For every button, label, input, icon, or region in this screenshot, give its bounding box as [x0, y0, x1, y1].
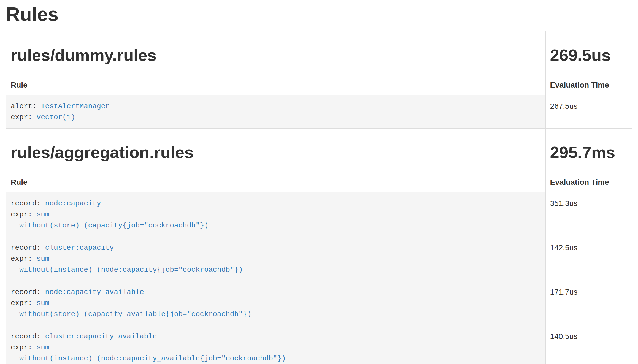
group-eval-total: 269.5us — [550, 46, 627, 64]
expr-keyword: expr: — [11, 113, 37, 121]
rule-eval-time: 142.5us — [545, 237, 632, 281]
group-file-cell: rules/aggregation.rules — [6, 129, 546, 172]
rule-definition: record: node:capacity expr: sum without(… — [11, 198, 541, 231]
expr-link[interactable]: sum without(instance) (node:capacity_ava… — [11, 343, 286, 363]
rule-definition: record: node:capacity_available expr: su… — [11, 287, 541, 320]
rule-row: record: cluster:capacity_available expr:… — [6, 325, 632, 364]
record-keyword: record: — [11, 288, 45, 296]
group-header-row: rules/dummy.rules 269.5us — [6, 31, 632, 75]
rule-definition: record: cluster:capacity_available expr:… — [11, 331, 541, 364]
rule-cell: alert: TestAlertManager expr: vector(1) — [6, 95, 546, 129]
rule-cell: record: node:capacity expr: sum without(… — [6, 192, 546, 237]
group-time-cell: 269.5us — [545, 31, 632, 75]
rule-definition: alert: TestAlertManager expr: vector(1) — [11, 101, 541, 123]
alert-keyword: alert: — [11, 102, 41, 110]
group-time-cell: 295.7ms — [545, 129, 632, 172]
record-name-link[interactable]: cluster:capacity — [45, 244, 114, 252]
column-header-evaluation-time: Evaluation Time — [545, 172, 632, 192]
group-file-name: rules/aggregation.rules — [11, 143, 541, 162]
rule-row: record: node:capacity_available expr: su… — [6, 281, 632, 325]
columns-header-row: Rule Evaluation Time — [6, 172, 632, 192]
record-keyword: record: — [11, 332, 45, 341]
column-header-rule: Rule — [6, 172, 546, 192]
rule-row: alert: TestAlertManager expr: vector(1) … — [6, 95, 632, 129]
rule-definition: record: cluster:capacity expr: sum witho… — [11, 242, 541, 275]
rule-cell: record: cluster:capacity expr: sum witho… — [6, 237, 546, 281]
alert-name-link[interactable]: TestAlertManager — [41, 102, 110, 110]
expr-keyword: expr: — [11, 343, 37, 352]
group-eval-total: 295.7ms — [550, 143, 627, 162]
group-file-cell: rules/dummy.rules — [6, 31, 546, 75]
rules-table: rules/dummy.rules 269.5us Rule Evaluatio… — [6, 31, 632, 364]
rule-row: record: node:capacity expr: sum without(… — [6, 192, 632, 237]
expr-keyword: expr: — [11, 255, 37, 263]
rule-eval-time: 267.5us — [545, 95, 632, 129]
expr-link[interactable]: sum without(instance) (node:capacity{job… — [11, 255, 243, 274]
record-keyword: record: — [11, 244, 45, 252]
column-header-rule: Rule — [6, 75, 546, 95]
expr-link[interactable]: sum without(store) (capacity{job="cockro… — [11, 210, 209, 230]
expr-keyword: expr: — [11, 210, 37, 219]
column-header-evaluation-time: Evaluation Time — [545, 75, 632, 95]
expr-link[interactable]: vector(1) — [37, 113, 75, 121]
record-name-link[interactable]: cluster:capacity_available — [45, 332, 157, 341]
rule-eval-time: 140.5us — [545, 325, 632, 364]
columns-header-row: Rule Evaluation Time — [6, 75, 632, 95]
rule-cell: record: node:capacity_available expr: su… — [6, 281, 546, 325]
expr-link[interactable]: sum without(store) (capacity_available{j… — [11, 299, 252, 318]
rule-cell: record: cluster:capacity_available expr:… — [6, 325, 546, 364]
expr-keyword: expr: — [11, 299, 37, 307]
page-title: Rules — [6, 4, 632, 25]
record-keyword: record: — [11, 199, 45, 208]
rule-eval-time: 171.7us — [545, 281, 632, 325]
group-file-name: rules/dummy.rules — [11, 46, 541, 64]
record-name-link[interactable]: node:capacity_available — [45, 288, 144, 296]
group-header-row: rules/aggregation.rules 295.7ms — [6, 129, 632, 172]
rule-eval-time: 351.3us — [545, 192, 632, 237]
rule-row: record: cluster:capacity expr: sum witho… — [6, 237, 632, 281]
record-name-link[interactable]: node:capacity — [45, 199, 101, 208]
